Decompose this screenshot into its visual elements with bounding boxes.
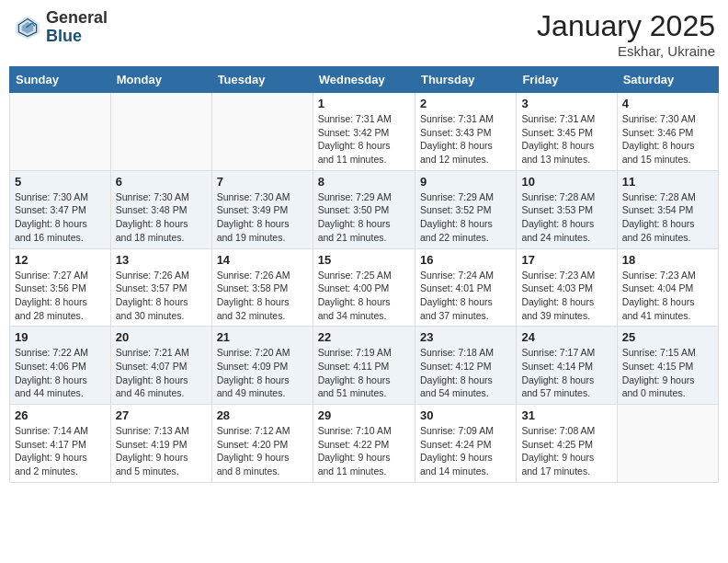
day-detail: Sunrise: 7:19 AM Sunset: 4:11 PM Dayligh… (318, 346, 410, 400)
calendar-cell: 7Sunrise: 7:30 AM Sunset: 3:49 PM Daylig… (211, 170, 313, 248)
logo-blue-text: Blue (46, 27, 82, 45)
day-detail: Sunrise: 7:26 AM Sunset: 3:57 PM Dayligh… (116, 269, 207, 323)
calendar-cell: 21Sunrise: 7:20 AM Sunset: 4:09 PM Dayli… (211, 327, 313, 405)
calendar-cell: 29Sunrise: 7:10 AM Sunset: 4:22 PM Dayli… (313, 405, 415, 483)
logo-general-text: General (46, 8, 108, 27)
weekday-header-sunday: Sunday (10, 67, 111, 93)
month-title: January 2025 (537, 9, 715, 43)
day-detail: Sunrise: 7:28 AM Sunset: 3:54 PM Dayligh… (622, 190, 713, 245)
calendar-cell: 22Sunrise: 7:19 AM Sunset: 4:11 PM Dayli… (313, 327, 415, 405)
calendar-cell: 26Sunrise: 7:14 AM Sunset: 4:17 PM Dayli… (10, 405, 111, 483)
weekday-header-saturday: Saturday (617, 67, 718, 93)
day-detail: Sunrise: 7:21 AM Sunset: 4:07 PM Dayligh… (116, 346, 207, 400)
day-detail: Sunrise: 7:17 AM Sunset: 4:14 PM Dayligh… (521, 346, 611, 400)
day-number: 30 (420, 408, 511, 422)
calendar-cell: 3Sunrise: 7:31 AM Sunset: 3:45 PM Daylig… (517, 93, 617, 171)
day-number: 23 (420, 330, 511, 344)
calendar-cell: 23Sunrise: 7:18 AM Sunset: 4:12 PM Dayli… (415, 327, 516, 405)
day-number: 5 (15, 175, 106, 189)
day-detail: Sunrise: 7:08 AM Sunset: 4:25 PM Dayligh… (521, 424, 611, 478)
day-number: 12 (15, 253, 106, 267)
day-number: 27 (116, 408, 207, 422)
day-detail: Sunrise: 7:18 AM Sunset: 4:12 PM Dayligh… (420, 346, 511, 400)
day-number: 13 (116, 253, 207, 267)
day-number: 31 (521, 408, 611, 422)
logo-icon (13, 13, 42, 42)
calendar-body: 1Sunrise: 7:31 AM Sunset: 3:42 PM Daylig… (10, 93, 719, 483)
day-number: 17 (521, 253, 611, 267)
day-number: 29 (318, 408, 410, 422)
calendar-cell: 2Sunrise: 7:31 AM Sunset: 3:43 PM Daylig… (415, 93, 516, 171)
day-detail: Sunrise: 7:14 AM Sunset: 4:17 PM Dayligh… (15, 424, 106, 478)
calendar-cell: 27Sunrise: 7:13 AM Sunset: 4:19 PM Dayli… (110, 405, 211, 483)
weekday-header-row: SundayMondayTuesdayWednesdayThursdayFrid… (10, 67, 719, 93)
day-detail: Sunrise: 7:20 AM Sunset: 4:09 PM Dayligh… (217, 346, 308, 400)
day-number: 24 (521, 330, 611, 344)
day-number: 7 (217, 175, 308, 189)
day-number: 10 (521, 175, 611, 189)
calendar-cell: 19Sunrise: 7:22 AM Sunset: 4:06 PM Dayli… (10, 327, 111, 405)
day-number: 9 (420, 175, 511, 189)
calendar-cell: 18Sunrise: 7:23 AM Sunset: 4:04 PM Dayli… (617, 248, 718, 327)
day-detail: Sunrise: 7:31 AM Sunset: 3:45 PM Dayligh… (521, 112, 611, 167)
day-number: 16 (420, 253, 511, 267)
day-number: 19 (15, 330, 106, 344)
calendar-table: SundayMondayTuesdayWednesdayThursdayFrid… (9, 66, 719, 483)
day-number: 20 (116, 330, 207, 344)
day-detail: Sunrise: 7:29 AM Sunset: 3:52 PM Dayligh… (420, 190, 511, 245)
calendar-cell (110, 93, 211, 171)
day-detail: Sunrise: 7:10 AM Sunset: 4:22 PM Dayligh… (318, 424, 410, 478)
header: General Blue January 2025 Eskhar, Ukrain… (9, 9, 719, 59)
day-number: 21 (217, 330, 308, 344)
calendar-cell (211, 93, 313, 171)
day-detail: Sunrise: 7:25 AM Sunset: 4:00 PM Dayligh… (318, 269, 410, 323)
day-detail: Sunrise: 7:29 AM Sunset: 3:50 PM Dayligh… (318, 190, 410, 245)
day-detail: Sunrise: 7:31 AM Sunset: 3:42 PM Dayligh… (318, 112, 410, 167)
day-number: 28 (217, 408, 308, 422)
day-number: 18 (622, 253, 713, 267)
day-number: 1 (318, 97, 410, 110)
day-number: 25 (622, 330, 713, 344)
day-number: 2 (420, 97, 511, 110)
day-detail: Sunrise: 7:30 AM Sunset: 3:49 PM Dayligh… (217, 190, 308, 245)
day-number: 26 (15, 408, 106, 422)
day-detail: Sunrise: 7:12 AM Sunset: 4:20 PM Dayligh… (217, 424, 308, 478)
calendar-cell (10, 93, 111, 171)
calendar-cell: 14Sunrise: 7:26 AM Sunset: 3:58 PM Dayli… (211, 248, 313, 327)
location-subtitle: Eskhar, Ukraine (537, 43, 715, 59)
calendar-cell: 11Sunrise: 7:28 AM Sunset: 3:54 PM Dayli… (617, 170, 718, 248)
weekday-header-thursday: Thursday (415, 67, 516, 93)
day-detail: Sunrise: 7:24 AM Sunset: 4:01 PM Dayligh… (420, 269, 511, 323)
calendar-cell: 5Sunrise: 7:30 AM Sunset: 3:47 PM Daylig… (10, 170, 111, 248)
title-area: January 2025 Eskhar, Ukraine (537, 9, 715, 59)
calendar-cell: 15Sunrise: 7:25 AM Sunset: 4:00 PM Dayli… (313, 248, 415, 327)
day-number: 11 (622, 175, 713, 189)
calendar-week-1: 1Sunrise: 7:31 AM Sunset: 3:42 PM Daylig… (10, 93, 719, 171)
calendar-week-4: 19Sunrise: 7:22 AM Sunset: 4:06 PM Dayli… (10, 327, 719, 405)
calendar-week-3: 12Sunrise: 7:27 AM Sunset: 3:56 PM Dayli… (10, 248, 719, 327)
weekday-header-tuesday: Tuesday (211, 67, 313, 93)
day-detail: Sunrise: 7:28 AM Sunset: 3:53 PM Dayligh… (521, 190, 611, 245)
calendar-cell: 10Sunrise: 7:28 AM Sunset: 3:53 PM Dayli… (517, 170, 617, 248)
day-detail: Sunrise: 7:22 AM Sunset: 4:06 PM Dayligh… (15, 346, 106, 400)
day-detail: Sunrise: 7:30 AM Sunset: 3:46 PM Dayligh… (622, 112, 713, 167)
logo: General Blue (13, 9, 108, 46)
calendar-cell: 25Sunrise: 7:15 AM Sunset: 4:15 PM Dayli… (617, 327, 718, 405)
day-detail: Sunrise: 7:31 AM Sunset: 3:43 PM Dayligh… (420, 112, 511, 167)
day-number: 14 (217, 253, 308, 267)
weekday-header-wednesday: Wednesday (313, 67, 415, 93)
day-detail: Sunrise: 7:30 AM Sunset: 3:48 PM Dayligh… (116, 190, 207, 245)
calendar-cell: 1Sunrise: 7:31 AM Sunset: 3:42 PM Daylig… (313, 93, 415, 171)
day-detail: Sunrise: 7:26 AM Sunset: 3:58 PM Dayligh… (217, 269, 308, 323)
calendar-cell: 12Sunrise: 7:27 AM Sunset: 3:56 PM Dayli… (10, 248, 111, 327)
day-number: 8 (318, 175, 410, 189)
weekday-header-friday: Friday (517, 67, 617, 93)
day-detail: Sunrise: 7:30 AM Sunset: 3:47 PM Dayligh… (15, 190, 106, 245)
calendar-cell: 8Sunrise: 7:29 AM Sunset: 3:50 PM Daylig… (313, 170, 415, 248)
calendar-cell: 30Sunrise: 7:09 AM Sunset: 4:24 PM Dayli… (415, 405, 516, 483)
calendar-cell: 31Sunrise: 7:08 AM Sunset: 4:25 PM Dayli… (517, 405, 617, 483)
day-number: 3 (521, 97, 611, 110)
calendar-cell: 28Sunrise: 7:12 AM Sunset: 4:20 PM Dayli… (211, 405, 313, 483)
weekday-header-monday: Monday (110, 67, 211, 93)
calendar-week-2: 5Sunrise: 7:30 AM Sunset: 3:47 PM Daylig… (10, 170, 719, 248)
